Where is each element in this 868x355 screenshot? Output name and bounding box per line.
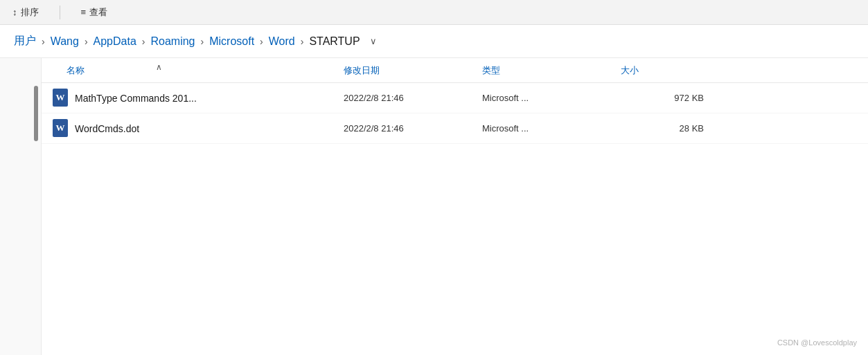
- breadcrumb-current: STARTUP: [306, 34, 362, 49]
- breadcrumb-sep-4: ›: [260, 36, 263, 47]
- file-type-1: Microsoft ...: [482, 123, 621, 134]
- view-label: 查看: [89, 6, 107, 19]
- breadcrumb-item-microsoft[interactable]: Microsoft: [206, 34, 257, 49]
- file-name-cell: WordCmds.dot: [53, 119, 344, 138]
- breadcrumb-bar: 用户 › Wang › AppData › Roaming › Microsof…: [0, 25, 868, 58]
- file-name-1: WordCmds.dot: [75, 123, 139, 134]
- breadcrumb: 用户 › Wang › AppData › Roaming › Microsof…: [11, 33, 857, 50]
- view-icon: ≡: [81, 7, 87, 17]
- breadcrumb-sep-5: ›: [301, 36, 304, 47]
- breadcrumb-sep-2: ›: [142, 36, 145, 47]
- breadcrumb-item-word[interactable]: Word: [266, 34, 298, 49]
- sort-arrow-icon: ∧: [156, 62, 162, 72]
- col-header-name[interactable]: 名称: [53, 64, 344, 77]
- col-header-size[interactable]: 大小: [621, 64, 704, 77]
- scrollbar-thumb[interactable]: [34, 86, 38, 141]
- main-content: ∧ 名称 修改日期 类型 大小 MathType Commands 201...…: [0, 58, 868, 355]
- word-icon-body-1: [53, 119, 68, 137]
- watermark: CSDN @Lovescoldplay: [777, 338, 857, 347]
- breadcrumb-item-wang[interactable]: Wang: [48, 34, 82, 49]
- breadcrumb-sep-3: ›: [201, 36, 204, 47]
- toolbar-separator: [60, 6, 60, 19]
- sort-label: 排序: [21, 6, 39, 19]
- file-size-0: 972 KB: [621, 93, 704, 103]
- file-date-1: 2022/2/8 21:46: [344, 123, 482, 134]
- file-name-cell: MathType Commands 201...: [53, 89, 344, 108]
- file-date-0: 2022/2/8 21:46: [344, 93, 482, 103]
- breadcrumb-item-roaming[interactable]: Roaming: [148, 34, 197, 49]
- word-file-icon-1: [53, 119, 69, 138]
- column-headers: ∧ 名称 修改日期 类型 大小: [42, 58, 868, 83]
- breadcrumb-sep-1: ›: [85, 36, 88, 47]
- col-header-date[interactable]: 修改日期: [344, 64, 482, 77]
- breadcrumb-item-users[interactable]: 用户: [11, 33, 39, 50]
- view-button[interactable]: ≡ 查看: [77, 3, 112, 21]
- file-type-0: Microsoft ...: [482, 93, 621, 103]
- sort-icon: ↕: [12, 7, 17, 17]
- table-row[interactable]: MathType Commands 201... 2022/2/8 21:46 …: [42, 83, 868, 113]
- table-row[interactable]: WordCmds.dot 2022/2/8 21:46 Microsoft ..…: [42, 113, 868, 144]
- sort-button[interactable]: ↕ 排序: [8, 3, 43, 21]
- file-name-0: MathType Commands 201...: [75, 93, 197, 104]
- word-icon-body: [53, 89, 68, 107]
- file-size-1: 28 KB: [621, 123, 704, 134]
- toolbar: ↕ 排序 ≡ 查看: [0, 0, 868, 25]
- breadcrumb-expand-icon[interactable]: ∨: [370, 36, 377, 46]
- col-header-type[interactable]: 类型: [482, 64, 621, 77]
- word-file-icon: [53, 89, 69, 108]
- sidebar: [0, 58, 42, 355]
- breadcrumb-sep-0: ›: [42, 36, 45, 47]
- breadcrumb-item-appdata[interactable]: AppData: [91, 34, 139, 49]
- file-list-container: ∧ 名称 修改日期 类型 大小 MathType Commands 201...…: [42, 58, 868, 355]
- file-list-area: ∧ 名称 修改日期 类型 大小 MathType Commands 201...…: [42, 58, 868, 355]
